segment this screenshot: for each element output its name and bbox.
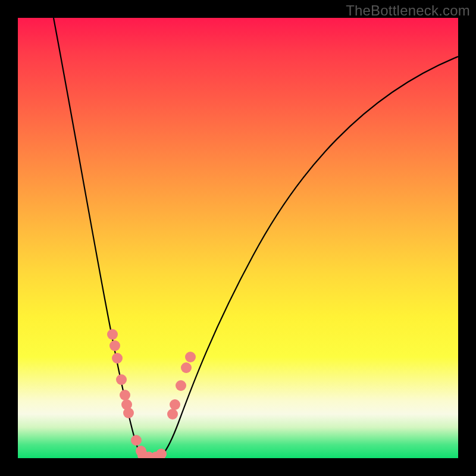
curve-left [54,18,145,458]
data-point [185,352,196,362]
data-point [123,408,134,418]
data-point [167,409,178,419]
data-point [176,380,186,391]
data-point [112,353,123,364]
data-points [107,329,196,458]
data-point [116,374,127,385]
data-point [181,362,192,373]
data-point [109,340,120,351]
curve-svg [18,18,458,458]
data-point [131,435,142,446]
plot-area [18,18,458,458]
data-point [156,449,167,458]
data-point [107,329,118,340]
data-point [170,399,180,410]
curve-right [159,57,458,458]
watermark-text: TheBottleneck.com [346,2,470,19]
outer-frame: TheBottleneck.com [0,0,476,476]
data-point [120,390,130,400]
